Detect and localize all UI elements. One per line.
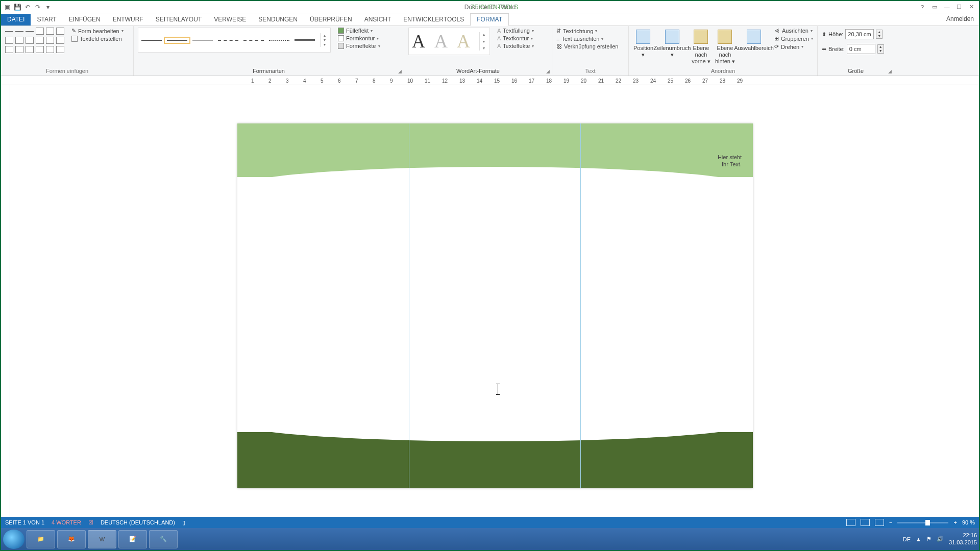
status-page[interactable]: SEITE 1 VON 1: [5, 519, 44, 525]
gruppieren-button: ⊞Gruppieren▾: [774, 35, 813, 42]
zoom-slider[interactable]: [897, 522, 948, 523]
group-label: WordArt-Formate◢: [408, 68, 548, 75]
page[interactable]: Hier steht Ihr Text.: [237, 123, 753, 488]
tab-uberprufen[interactable]: ÜBERPRÜFEN: [304, 14, 358, 26]
tab-entwurf[interactable]: ENTWURF: [107, 14, 150, 26]
status-language[interactable]: DEUTSCH (DEUTSCHLAND): [101, 519, 175, 525]
gallery-more-icon[interactable]: ▴▾▾: [320, 33, 327, 47]
height-label: Höhe:: [828, 31, 843, 37]
help-icon[interactable]: ?: [917, 3, 928, 12]
ruler-horizontal[interactable]: 1234567891011121314151617181920212223242…: [1, 76, 979, 85]
group-wordart: A A A ▴▾▾ ATextfüllung▾ ATextkontur▾ ATe…: [404, 26, 552, 76]
textfeld-erstellen-button[interactable]: Textfeld erstellen: [71, 36, 124, 42]
gallery-more-icon[interactable]: ▴▾▾: [479, 32, 486, 51]
height-spinner[interactable]: ▲▼: [876, 30, 883, 39]
textrichtung-button: ⇵Textrichtung▾: [556, 28, 618, 34]
group-label: Formenarten◢: [138, 68, 400, 75]
texteffekte-button: ATexteffekte▾: [497, 43, 534, 49]
tab-ansicht[interactable]: ANSICHT: [358, 14, 398, 26]
tab-start[interactable]: START: [31, 14, 62, 26]
view-web-icon[interactable]: [875, 519, 884, 526]
undo-icon[interactable]: ↶: [23, 3, 32, 11]
start-button[interactable]: [3, 530, 24, 549]
ribbon: ✎Form bearbeiten▾ Textfeld erstellen For…: [1, 26, 979, 76]
tray-network-icon[interactable]: ⚑: [926, 536, 932, 542]
group-formen-einfugen: ✎Form bearbeiten▾ Textfeld erstellen For…: [1, 26, 134, 76]
word-icon: ▣: [3, 3, 11, 11]
taskbar-explorer[interactable]: 📁: [27, 530, 55, 548]
launcher-icon[interactable]: ◢: [398, 69, 402, 74]
status-bar: SEITE 1 VON 1 4 WÖRTER ☒ DEUTSCH (DEUTSC…: [1, 517, 979, 528]
system-tray[interactable]: DE ▲ ⚑ 🔊 22:1631.03.2015: [903, 532, 977, 545]
text-cursor: [498, 384, 498, 395]
height-icon: ⬍: [822, 31, 826, 38]
tray-up-icon[interactable]: ▲: [916, 536, 921, 542]
formeffekte-button[interactable]: Formeffekte▾: [338, 43, 380, 49]
ebene-hinten-button[interactable]: Ebene nach hinten ▾: [715, 28, 736, 65]
fulleffekt-button[interactable]: Fülleffekt▾: [338, 28, 380, 34]
title-bar: ▣ 💾 ↶ ↷ ▾ Dokument2 - Word ZEICHENTOOLS …: [1, 1, 979, 13]
status-words[interactable]: 4 WÖRTER: [52, 519, 81, 525]
drehen-button[interactable]: ⟳Drehen▾: [774, 43, 813, 50]
ribbon-options-icon[interactable]: ▭: [929, 3, 940, 12]
tab-sendungen[interactable]: SENDUNGEN: [252, 14, 304, 26]
formkontur-button[interactable]: Formkontur▾: [338, 35, 380, 41]
tab-seitenlayout[interactable]: SEITENLAYOUT: [150, 14, 208, 26]
height-input[interactable]: [845, 29, 874, 39]
taskbar-notes[interactable]: 📝: [118, 530, 147, 548]
tab-format[interactable]: FORMAT: [470, 13, 509, 26]
quick-access-toolbar: ▣ 💾 ↶ ↷ ▾: [1, 3, 52, 11]
tray-clock[interactable]: 22:1631.03.2015: [949, 532, 977, 545]
status-insert-icon[interactable]: ▯: [182, 519, 185, 526]
width-input[interactable]: [847, 44, 875, 54]
contextual-tab-title: ZEICHENTOOLS: [471, 4, 518, 11]
zoom-out-icon[interactable]: −: [889, 519, 892, 525]
close-icon[interactable]: ✕: [966, 3, 977, 12]
fold-guide: [580, 123, 581, 488]
textfullung-button: ATextfüllung▾: [497, 28, 534, 34]
group-text: ⇵Textrichtung▾ ≡Text ausrichten▾ ⛓Verknü…: [552, 26, 629, 76]
shapes-gallery[interactable]: [5, 28, 65, 54]
wordart-gallery[interactable]: A A A ▴▾▾: [408, 28, 490, 55]
view-read-icon[interactable]: [846, 519, 855, 526]
zoom-in-icon[interactable]: +: [953, 519, 957, 525]
zoom-value[interactable]: 90 %: [962, 519, 975, 525]
ruler-vertical[interactable]: [1, 85, 10, 532]
taskbar-app[interactable]: 🔧: [149, 530, 178, 548]
group-label: Anordnen: [633, 68, 813, 75]
verknupfung-button: ⛓Verknüpfung erstellen: [556, 43, 618, 49]
position-button[interactable]: Position▾: [633, 28, 654, 58]
redo-icon[interactable]: ↷: [34, 3, 42, 11]
save-icon[interactable]: 💾: [13, 3, 21, 11]
taskbar-word[interactable]: W: [88, 530, 116, 548]
group-formenarten: ▴▾▾ Fülleffekt▾ Formkontur▾ Formeffekte▾…: [134, 26, 404, 76]
maximize-icon[interactable]: ☐: [953, 3, 965, 12]
signin-link[interactable]: Anmelden: [946, 15, 974, 22]
qat-more-icon[interactable]: ▾: [44, 3, 52, 11]
taskbar-firefox[interactable]: 🦊: [57, 530, 86, 548]
launcher-icon[interactable]: ◢: [546, 69, 550, 74]
tab-einfugen[interactable]: EINFÜGEN: [63, 14, 107, 26]
tab-file[interactable]: DATEI: [1, 14, 31, 26]
width-spinner[interactable]: ▲▼: [877, 44, 884, 54]
group-label: Größe◢: [822, 68, 890, 75]
tray-lang[interactable]: DE: [903, 536, 911, 542]
status-macro[interactable]: ☒: [88, 519, 93, 526]
ebene-vorne-button[interactable]: Ebene nach vorne ▾: [691, 28, 712, 65]
top-shape[interactable]: [237, 123, 753, 177]
group-grosse: ⬍ Höhe: ▲▼ ⬌ Breite: ▲▼ Größe◢: [818, 26, 894, 76]
tray-sound-icon[interactable]: 🔊: [937, 536, 944, 542]
tab-verweise[interactable]: VERWEISE: [208, 14, 252, 26]
auswahlbereich-button[interactable]: Auswahlbereich: [739, 28, 769, 52]
ausrichten-button[interactable]: ⫷Ausrichten▾: [774, 28, 813, 34]
zeilenumbruch-button[interactable]: Zeilenumbruch▾: [657, 28, 688, 58]
minimize-icon[interactable]: —: [941, 3, 952, 12]
placeholder-text[interactable]: Hier steht Ihr Text.: [718, 154, 742, 168]
document-area[interactable]: Hier steht Ihr Text.: [10, 85, 979, 532]
launcher-icon[interactable]: ◢: [888, 69, 892, 74]
bottom-shape[interactable]: [237, 432, 753, 488]
view-print-icon[interactable]: [861, 519, 870, 526]
form-bearbeiten-button: ✎Form bearbeiten▾: [71, 28, 124, 34]
tab-entwicklertools[interactable]: ENTWICKLERTOOLS: [397, 14, 470, 26]
shape-style-gallery[interactable]: ▴▾▾: [138, 28, 331, 53]
